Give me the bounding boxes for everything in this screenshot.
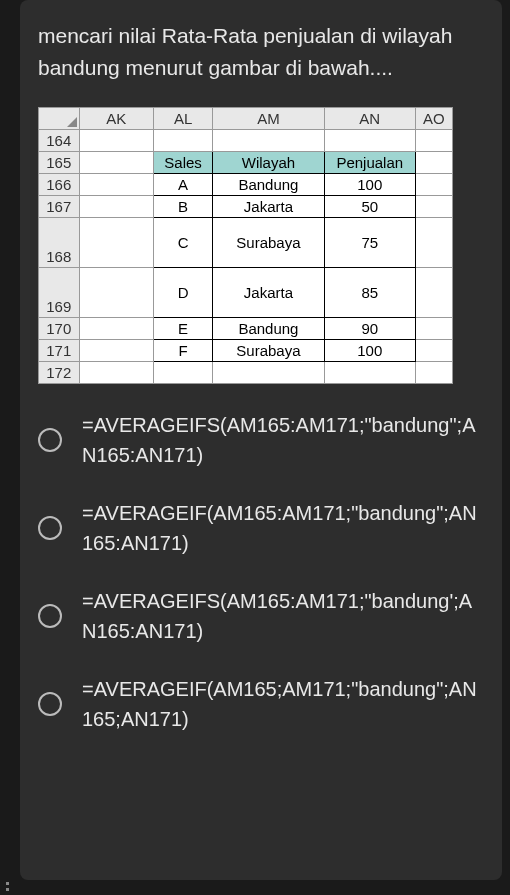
cell-penjualan: 100 [324,340,415,362]
cell [415,340,452,362]
cell-sales: D [154,268,213,318]
cell [79,152,154,174]
menu-dots-icon [6,888,9,891]
option-text: =AVERAGEIF(AM165:AM171;"bandung";AN165:A… [82,498,484,558]
option-text: =AVERAGEIF(AM165;AM171;"bandung";AN165;A… [82,674,484,734]
options-list: =AVERAGEIFS(AM165:AM171;"bandung";AN165:… [38,410,484,734]
cell-wilayah: Bandung [212,318,324,340]
table-header-wilayah: Wilayah [212,152,324,174]
cell [79,130,154,152]
option-4[interactable]: =AVERAGEIF(AM165;AM171;"bandung";AN165;A… [38,674,484,734]
cell [415,130,452,152]
row-header: 166 [39,174,80,196]
cell [415,362,452,384]
cell-penjualan: 50 [324,196,415,218]
cell [415,218,452,268]
cell-wilayah: Jakarta [212,196,324,218]
cell [79,218,154,268]
cell [415,174,452,196]
cell [154,130,213,152]
cell [324,130,415,152]
radio-icon [38,428,62,452]
cell [415,318,452,340]
row-header: 164 [39,130,80,152]
radio-icon [38,604,62,628]
col-header-ak: AK [79,108,154,130]
cell-wilayah: Jakarta [212,268,324,318]
spreadsheet-image: AK AL AM AN AO 164 165 Sales Wilayah Pen… [38,107,453,384]
cell [79,362,154,384]
option-text: =AVERAGEIFS(AM165:AM171;"bandung";AN165:… [82,410,484,470]
row-header: 172 [39,362,80,384]
row-header: 169 [39,268,80,318]
cell [415,268,452,318]
table-header-penjualan: Penjualan [324,152,415,174]
option-1[interactable]: =AVERAGEIFS(AM165:AM171;"bandung";AN165:… [38,410,484,470]
cell-penjualan: 75 [324,218,415,268]
cell-wilayah: Bandung [212,174,324,196]
cell-sales: E [154,318,213,340]
cell-sales: F [154,340,213,362]
cell-sales: A [154,174,213,196]
cell [415,152,452,174]
row-header: 167 [39,196,80,218]
row-header: 165 [39,152,80,174]
cell-sales: C [154,218,213,268]
sheet-corner [39,108,80,130]
option-2[interactable]: =AVERAGEIF(AM165:AM171;"bandung";AN165:A… [38,498,484,558]
cell-penjualan: 100 [324,174,415,196]
option-3[interactable]: =AVERAGEIFS(AM165:AM171;"bandung';AN165:… [38,586,484,646]
cell [212,362,324,384]
row-header: 170 [39,318,80,340]
cell-penjualan: 85 [324,268,415,318]
cell [79,174,154,196]
row-header: 168 [39,218,80,268]
radio-icon [38,516,62,540]
col-header-am: AM [212,108,324,130]
col-header-al: AL [154,108,213,130]
cell [79,340,154,362]
cell-sales: B [154,196,213,218]
col-header-an: AN [324,108,415,130]
cell [324,362,415,384]
cell [154,362,213,384]
table-header-sales: Sales [154,152,213,174]
cell [79,196,154,218]
radio-icon [38,692,62,716]
question-text: mencari nilai Rata-Rata penjualan di wil… [38,20,484,83]
col-header-ao: AO [415,108,452,130]
cell [79,268,154,318]
cell-penjualan: 90 [324,318,415,340]
cell [212,130,324,152]
cell [415,196,452,218]
cell [79,318,154,340]
cell-wilayah: Surabaya [212,218,324,268]
quiz-card: mencari nilai Rata-Rata penjualan di wil… [20,0,502,880]
cell-wilayah: Surabaya [212,340,324,362]
option-text: =AVERAGEIFS(AM165:AM171;"bandung';AN165:… [82,586,484,646]
row-header: 171 [39,340,80,362]
